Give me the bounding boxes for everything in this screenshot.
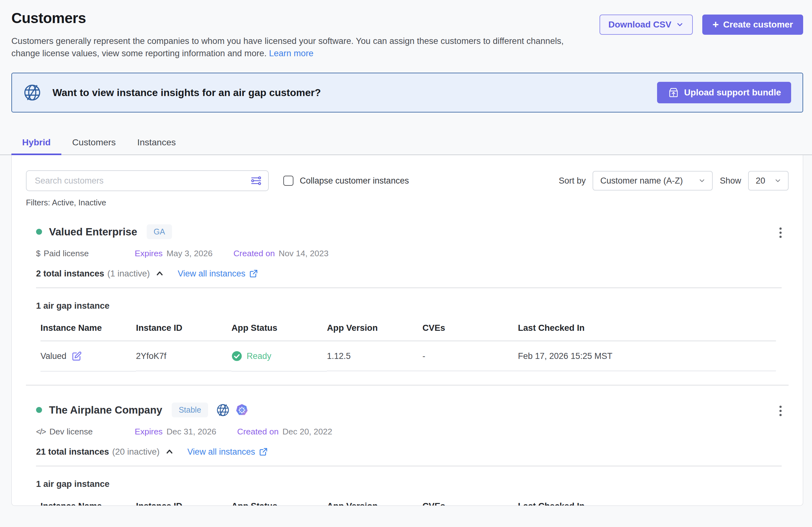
edit-instance-name-icon[interactable]: [71, 351, 82, 361]
sort-select[interactable]: Customer name (A-Z): [593, 171, 713, 191]
col-last-checked-in: Last Checked In: [518, 501, 776, 506]
last-checked-in-cell: Feb 17, 2026 15:25 MST: [518, 342, 776, 371]
tab-hybrid[interactable]: Hybrid: [11, 132, 61, 154]
customer-header: The Airplane Company Stable: [36, 403, 788, 417]
external-link-icon: [249, 269, 258, 278]
collapse-instances-checkbox[interactable]: [283, 176, 293, 186]
cves-cell: -: [422, 342, 518, 371]
instances-table-header: Instance Name Instance ID App Status App…: [41, 501, 776, 506]
download-csv-button[interactable]: Download CSV: [599, 15, 693, 35]
inactive-instances-label: (20 inactive): [112, 447, 160, 457]
upload-support-bundle-button[interactable]: Upload support bundle: [657, 82, 791, 103]
customer-actions-menu-button[interactable]: [777, 225, 784, 240]
customer-card-airplane-company: The Airplane Company Stable </> Dev lice: [26, 403, 788, 506]
collapse-chevron-up-icon[interactable]: [155, 269, 164, 278]
customer-actions-menu-button[interactable]: [777, 403, 784, 419]
total-instances-label: 2 total instances: [36, 269, 104, 278]
license-type: $ Paid license: [36, 249, 135, 258]
app-version-cell: 1.12.5: [327, 342, 422, 371]
collapse-instances-label: Collapse customer instances: [300, 176, 409, 186]
page-header: Customers Customers generally represent …: [0, 0, 812, 59]
expires-pair: Expires Dec 31, 2026: [135, 427, 216, 437]
instances-summary-row: 2 total instances (1 inactive) View all …: [36, 269, 788, 278]
toolbar-right: Sort by Customer name (A-Z) Show 20: [559, 171, 788, 191]
created-on-label: Created on: [233, 249, 275, 258]
paid-license-icon: $: [36, 249, 40, 258]
view-all-instances-link[interactable]: View all instances: [188, 447, 268, 457]
app-status-label: Ready: [247, 351, 271, 361]
app-status-cell: Ready: [231, 341, 327, 372]
divider: [36, 287, 782, 288]
collapse-chevron-up-icon[interactable]: [165, 447, 174, 456]
col-app-version: App Version: [327, 323, 422, 341]
customer-name[interactable]: Valued Enterprise: [49, 226, 137, 238]
view-all-instances-link[interactable]: View all instances: [178, 269, 258, 278]
channel-badge: GA: [147, 224, 172, 239]
tab-instances[interactable]: Instances: [127, 132, 187, 154]
license-type: </> Dev license: [36, 427, 135, 437]
col-instance-name: Instance Name: [41, 323, 136, 341]
created-pair: Created on Nov 14, 2023: [233, 249, 329, 258]
chevron-down-icon: [698, 177, 706, 184]
kubernetes-icon: [235, 404, 248, 417]
active-filters-line: Filters: Active, Inactive: [26, 198, 788, 207]
filter-sliders-icon[interactable]: [250, 175, 262, 186]
collapse-instances-toggle[interactable]: Collapse customer instances: [283, 176, 409, 186]
dev-license-icon: </>: [36, 427, 45, 436]
learn-more-link[interactable]: Learn more: [269, 48, 314, 58]
download-csv-label: Download CSV: [608, 19, 671, 30]
chevron-down-icon: [774, 177, 782, 184]
show-select-value: 20: [756, 176, 765, 186]
col-cves: CVEs: [422, 501, 518, 506]
view-all-instances-label: View all instances: [178, 269, 245, 278]
plus-icon: +: [712, 19, 719, 30]
customers-page: Customers Customers generally represent …: [0, 0, 812, 527]
col-app-status: App Status: [231, 501, 327, 506]
instance-id-cell: 2YfoK7f: [136, 342, 231, 371]
divider: [36, 466, 782, 466]
upload-bundle-icon: [667, 86, 680, 99]
toolbar: Collapse customer instances Sort by Cust…: [26, 170, 788, 191]
tab-bar: Hybrid Customers Instances: [0, 132, 812, 155]
total-instances-label: 21 total instances: [36, 447, 109, 457]
banner-title: Want to view instance insights for an ai…: [53, 87, 321, 99]
instances-table: Instance Name Instance ID App Status App…: [41, 323, 776, 372]
customer-meta: </> Dev license Expires Dec 31, 2026 Cre…: [36, 427, 788, 437]
tab-customers[interactable]: Customers: [61, 132, 127, 154]
expires-value: May 3, 2026: [166, 249, 213, 258]
airgap-instances-heading: 1 air gap instance: [36, 479, 788, 489]
create-customer-label: Create customer: [723, 19, 793, 30]
upload-support-bundle-label: Upload support bundle: [684, 88, 781, 97]
customer-name[interactable]: The Airplane Company: [49, 404, 162, 416]
customer-type-icons: [216, 404, 248, 417]
expires-pair: Expires May 3, 2026: [135, 249, 213, 258]
sort-by-label: Sort by: [559, 176, 586, 186]
license-label: Paid license: [44, 249, 89, 258]
expires-value: Dec 31, 2026: [166, 427, 216, 437]
page-description: Customers generally represent the compan…: [11, 35, 577, 59]
external-link-icon: [259, 447, 268, 456]
customer-section-divider: [26, 385, 788, 386]
airgap-banner: Want to view instance insights for an ai…: [11, 73, 803, 112]
instances-table: Instance Name Instance ID App Status App…: [41, 501, 776, 506]
create-customer-button[interactable]: + Create customer: [702, 15, 803, 35]
customers-card: Collapse customer instances Sort by Cust…: [11, 155, 803, 506]
ready-check-icon: [231, 351, 242, 361]
col-cves: CVEs: [422, 323, 518, 341]
created-on-value: Dec 20, 2022: [282, 427, 332, 437]
expires-label: Expires: [135, 427, 162, 437]
table-row: Valued 2YfoK7f Ready: [41, 341, 776, 372]
show-label: Show: [720, 176, 741, 186]
search-input[interactable]: [26, 170, 269, 191]
search-wrap: [26, 170, 269, 191]
license-label: Dev license: [49, 427, 93, 437]
header-actions: Download CSV + Create customer: [599, 15, 803, 35]
sort-select-value: Customer name (A-Z): [600, 176, 683, 186]
active-status-dot: [36, 229, 42, 235]
col-app-version: App Version: [327, 501, 422, 506]
chevron-down-icon: [676, 20, 684, 29]
show-select[interactable]: 20: [748, 171, 788, 191]
instances-table-header: Instance Name Instance ID App Status App…: [41, 323, 776, 341]
col-app-status: App Status: [231, 323, 327, 341]
airgap-globe-icon: [24, 84, 41, 102]
